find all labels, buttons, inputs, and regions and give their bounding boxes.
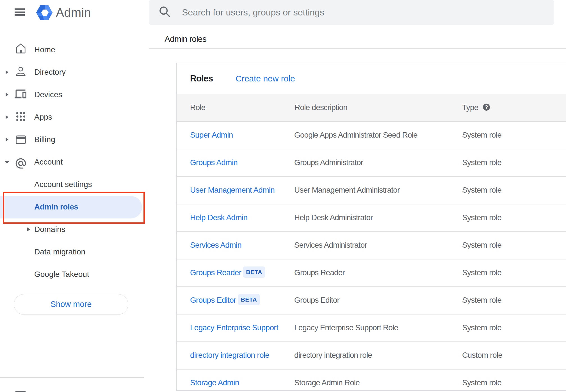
svg-text:?: ? xyxy=(485,104,488,110)
